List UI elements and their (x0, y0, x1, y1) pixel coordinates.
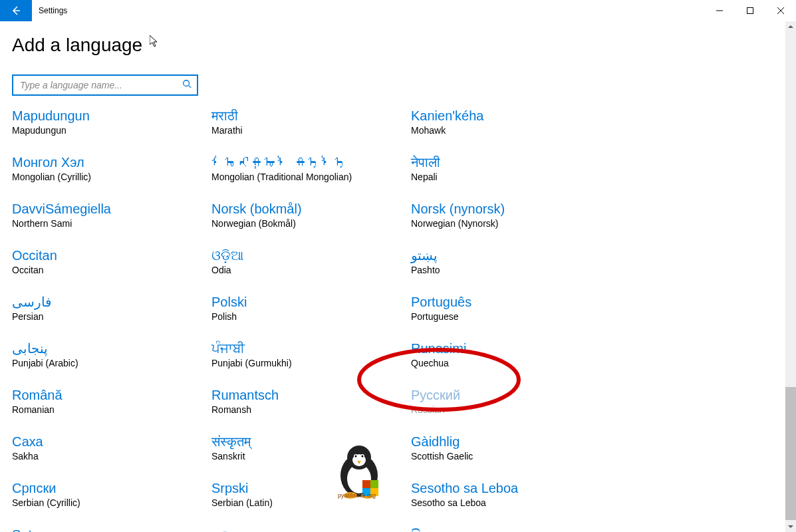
language-item[interactable]: Norsk (bokmål)Norwegian (Bokmål) (211, 201, 411, 229)
language-item[interactable]: PolskiPolish (211, 294, 411, 322)
scrollbar-thumb[interactable] (785, 387, 796, 520)
minimize-icon (716, 7, 723, 14)
window-controls (704, 0, 796, 21)
language-english-name: Marathi (211, 125, 411, 136)
language-native-name: Gàidhlig (411, 434, 610, 450)
language-english-name: Punjabi (Arabic) (12, 358, 211, 368)
language-english-name: Romanian (12, 404, 211, 415)
language-item[interactable]: Sesotho sa LeboaSesotho sa Leboa (411, 480, 610, 508)
language-item[interactable]: Setswana (12, 527, 211, 532)
scrollbar-track[interactable] (785, 21, 796, 532)
language-item[interactable]: پښتوPashto (411, 247, 610, 275)
language-item[interactable]: فارسىPersian (12, 294, 211, 322)
language-native-name: ଓଡ଼ିଆ (211, 247, 411, 263)
language-item[interactable]: SrpskiSerbian (Latin) (211, 480, 411, 508)
language-native-name: Русский (411, 387, 610, 403)
language-native-name: Kanien'kéha (411, 108, 610, 124)
language-item[interactable]: РусскийRussian (411, 387, 610, 415)
language-item[interactable]: ଓଡ଼ିଆOdia (211, 247, 411, 275)
language-native-name: Srpski (211, 480, 411, 496)
language-native-name: پښتو (411, 247, 610, 263)
language-english-name: Mongolian (Cyrillic) (12, 172, 211, 182)
language-item[interactable]: मराठीMarathi (211, 108, 411, 136)
language-item[interactable]: संस्कृतम्Sanskrit (211, 434, 411, 462)
language-grid: MapudungunMapudungunमराठीMarathiKanien'k… (12, 108, 784, 532)
language-english-name: Russian (411, 404, 610, 415)
language-english-name: Portuguese (411, 311, 610, 322)
scroll-up-arrow-icon[interactable] (785, 21, 796, 32)
language-english-name: Polish (211, 311, 411, 322)
language-native-name: Português (411, 294, 610, 310)
close-icon (777, 7, 784, 14)
language-native-name: Саха (12, 434, 211, 450)
language-item[interactable]: MapudungunMapudungun (12, 108, 211, 136)
language-english-name: Persian (12, 311, 211, 322)
language-item[interactable]: OccitanOccitan (12, 247, 211, 275)
language-item[interactable]: СрпскиSerbian (Cyrillic) (12, 480, 211, 508)
language-item[interactable]: ਪੰਜਾਬੀPunjabi (Gurmukhi) (211, 340, 411, 368)
language-native-name: پنجابی (12, 340, 211, 356)
language-english-name: Sanskrit (211, 451, 411, 462)
window-title: Settings (39, 6, 67, 15)
language-native-name: DavviSámegiella (12, 201, 211, 217)
search-box[interactable] (12, 74, 198, 96)
language-item[interactable]: Kanien'kéhaMohawk (411, 108, 610, 136)
language-english-name: Mohawk (411, 125, 610, 136)
search-input[interactable] (20, 80, 182, 90)
language-native-name: नेपाली (411, 154, 610, 170)
language-english-name: Northern Sami (12, 218, 211, 229)
language-english-name: Mongolian (Traditional Mongolian) (211, 172, 411, 182)
maximize-button[interactable] (735, 0, 765, 21)
scroll-down-arrow-icon[interactable] (785, 521, 796, 532)
language-native-name: ਪੰਜਾਬੀ (211, 340, 411, 356)
minimize-button[interactable] (704, 0, 735, 21)
page-title: Add a language (12, 35, 784, 56)
language-native-name: Sesotho sa Leboa (411, 480, 610, 496)
language-native-name: Runasimi (411, 340, 610, 356)
language-english-name: Sesotho sa Leboa (411, 497, 610, 508)
language-item[interactable]: සිංහල (411, 527, 610, 532)
language-english-name: Norwegian (Nynorsk) (411, 218, 610, 229)
language-item[interactable]: GàidhligScottish Gaelic (411, 434, 610, 462)
language-item[interactable]: RunasimiQuechua (411, 340, 610, 368)
maximize-icon (747, 7, 753, 14)
language-item[interactable]: नेपालीNepali (411, 154, 610, 182)
language-english-name: Serbian (Latin) (211, 497, 411, 508)
language-item[interactable]: Norsk (nynorsk)Norwegian (Nynorsk) (411, 201, 610, 229)
language-native-name: Norsk (bokmål) (211, 201, 411, 217)
svg-point-1 (184, 80, 190, 86)
language-item[interactable]: سنڌي (211, 527, 411, 532)
language-native-name: मराठी (211, 108, 411, 124)
language-item[interactable]: RomânăRomanian (12, 387, 211, 415)
language-native-name: संस्कृतम् (211, 434, 411, 450)
back-arrow-icon (11, 5, 21, 16)
content-area: Add a language MapudungunMapudungunमराठी… (0, 21, 796, 532)
language-item[interactable]: PortuguêsPortuguese (411, 294, 610, 322)
language-english-name: Romansh (211, 404, 411, 415)
language-english-name: Serbian (Cyrillic) (12, 497, 211, 508)
language-native-name: Polski (211, 294, 411, 310)
language-item[interactable]: پنجابیPunjabi (Arabic) (12, 340, 211, 368)
language-english-name: Punjabi (Gurmukhi) (211, 358, 411, 368)
svg-rect-0 (747, 8, 753, 14)
language-english-name: Pashto (411, 265, 610, 275)
language-item[interactable]: DavviSámegiellaNorthern Sami (12, 201, 211, 229)
language-native-name: Norsk (nynorsk) (411, 201, 610, 217)
language-english-name: Sakha (12, 451, 211, 462)
language-item[interactable]: Монгол ХэлMongolian (Cyrillic) (12, 154, 211, 182)
language-english-name: Occitan (12, 265, 211, 275)
language-native-name: Rumantsch (211, 387, 411, 403)
language-native-name: සිංහල (411, 527, 610, 532)
language-native-name: Mapudungun (12, 108, 211, 124)
language-item[interactable]: RumantschRomansh (211, 387, 411, 415)
language-english-name: Nepali (411, 172, 610, 182)
language-native-name: فارسى (12, 294, 211, 310)
back-button[interactable] (0, 0, 32, 21)
language-item[interactable]: СахаSakha (12, 434, 211, 462)
language-native-name: سنڌي (211, 527, 411, 532)
language-native-name: Setswana (12, 527, 211, 532)
language-english-name: Odia (211, 265, 411, 275)
language-native-name: Српски (12, 480, 211, 496)
language-item[interactable]: ᠮᠣᠩᠭᠤᠯ ᠬᠡᠯᠡMongolian (Traditional Mongol… (211, 154, 411, 182)
close-button[interactable] (765, 0, 796, 21)
